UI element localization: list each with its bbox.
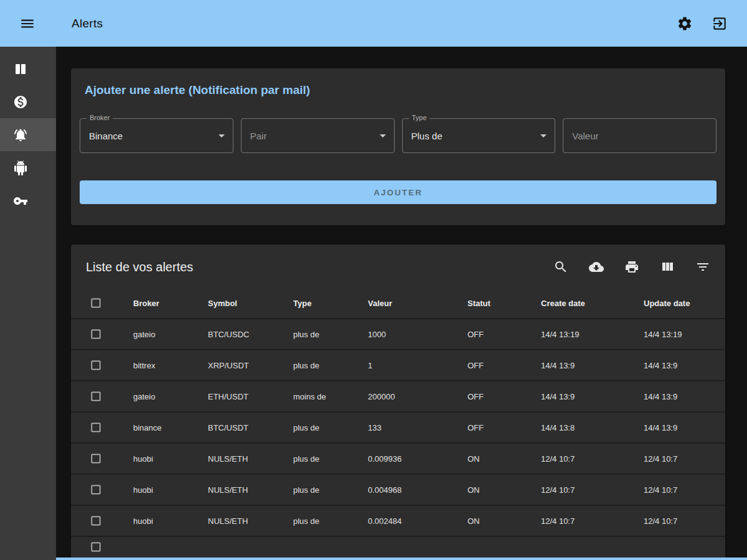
cell-create-date: 12/4 10:7: [541, 454, 644, 464]
android-icon: [13, 161, 28, 175]
checkbox-icon: [90, 541, 102, 553]
chevron-down-icon: [536, 128, 551, 143]
table-actions: [553, 259, 710, 274]
table-row[interactable]: binance BTC/USDT plus de 133 OFF 14/4 13…: [71, 413, 725, 444]
pair-select[interactable]: Pair: [241, 118, 395, 153]
cell-type: plus de: [293, 485, 368, 495]
checkbox-icon: [90, 421, 102, 434]
filter-icon[interactable]: [695, 259, 710, 274]
bell-icon: [13, 128, 28, 142]
row-checkbox[interactable]: [71, 452, 133, 465]
cell-valeur: 0.002484: [368, 516, 467, 526]
table-row[interactable]: huobi NULS/ETH plus de 0.004968 ON 12/4 …: [71, 475, 725, 506]
col-header-symbol[interactable]: Symbol: [208, 299, 293, 308]
broker-select-label: Broker: [87, 114, 113, 121]
cell-broker: bittrex: [133, 361, 208, 370]
cell-update-date: 12/4 10:7: [644, 516, 725, 526]
cell-update-date: 14/4 13:9: [644, 423, 725, 432]
cell-type: plus de: [293, 454, 368, 464]
view-columns-icon[interactable]: [660, 259, 675, 274]
table-row[interactable]: gateio BTC/USDC plus de 1000 OFF 14/4 13…: [71, 319, 725, 350]
cell-create-date: 14/4 13:9: [541, 361, 644, 370]
cell-symbol: BTC/USDT: [208, 423, 293, 432]
key-icon: [13, 194, 28, 208]
row-checkbox[interactable]: [71, 390, 133, 403]
checkbox-icon: [90, 328, 102, 340]
cell-update-date: 12/4 10:7: [644, 454, 725, 464]
print-icon[interactable]: [624, 259, 639, 274]
select-all-checkbox[interactable]: [71, 297, 133, 309]
table-row[interactable]: gateio ETH/USDT moins de 200000 OFF 14/4…: [71, 381, 725, 413]
page-title: Alerts: [72, 17, 103, 30]
pair-select-value: Pair: [250, 131, 267, 141]
row-checkbox[interactable]: [71, 421, 133, 434]
checkbox-icon: [90, 390, 102, 403]
table-header-row: Broker Symbol Type Valeur Statut Create …: [71, 288, 725, 319]
col-header-valeur[interactable]: Valeur: [368, 299, 467, 308]
chevron-down-icon: [375, 128, 390, 143]
type-select[interactable]: Type Plus de: [402, 118, 556, 153]
row-checkbox[interactable]: [71, 515, 133, 527]
search-icon[interactable]: [553, 259, 568, 274]
valeur-input[interactable]: [572, 131, 707, 141]
cell-create-date: 14/4 13:19: [541, 330, 644, 339]
col-header-update-date[interactable]: Update date: [644, 299, 725, 308]
menu-icon[interactable]: [19, 15, 36, 32]
table-row[interactable]: huobi NULS/ETH plus de 0.009936 ON 12/4 …: [71, 444, 725, 475]
cell-valeur: 133: [368, 423, 467, 432]
cell-create-date: 14/4 13:9: [541, 392, 644, 401]
logout-icon[interactable]: [711, 15, 728, 32]
col-header-type[interactable]: Type: [293, 299, 368, 308]
cell-symbol: BTC/USDC: [208, 330, 293, 339]
cell-valeur: 1000: [368, 330, 467, 339]
cell-valeur: 200000: [368, 392, 467, 401]
sidebar-item-dashboard[interactable]: [0, 52, 56, 85]
alerts-list-title: Liste de vos alertes: [86, 260, 553, 274]
cell-type: plus de: [293, 330, 368, 339]
row-checkbox[interactable]: [71, 359, 133, 371]
broker-select-value: Binance: [89, 131, 123, 141]
cell-symbol: NULS/ETH: [208, 485, 293, 495]
cell-symbol: NULS/ETH: [208, 516, 293, 526]
sidebar-item-key[interactable]: [0, 184, 56, 217]
cell-type: plus de: [293, 423, 368, 432]
col-header-statut[interactable]: Statut: [467, 299, 541, 308]
checkbox-icon: [90, 359, 102, 371]
cell-broker: huobi: [133, 516, 208, 526]
dashboard-icon: [13, 62, 28, 77]
cell-type: plus de: [293, 516, 368, 526]
row-checkbox[interactable]: [90, 541, 102, 556]
valeur-field-wrap: [563, 118, 716, 153]
row-checkbox[interactable]: [71, 483, 133, 496]
cell-broker: huobi: [133, 454, 208, 464]
ajouter-button[interactable]: AJOUTER: [80, 180, 716, 204]
checkbox-icon: [90, 483, 102, 496]
sidebar-item-alerts[interactable]: [0, 118, 56, 151]
broker-select[interactable]: Broker Binance: [80, 118, 233, 153]
checkbox-icon: [90, 297, 102, 309]
add-alert-title: Ajouter une alerte (Notification par mai…: [85, 83, 712, 97]
cell-statut: OFF: [467, 361, 541, 370]
col-header-broker[interactable]: Broker: [133, 299, 208, 308]
table-row-partial: [71, 537, 725, 548]
cell-valeur: 0.004968: [368, 485, 467, 495]
cell-statut: ON: [467, 485, 541, 495]
cell-symbol: XRP/USDT: [208, 361, 293, 370]
row-checkbox[interactable]: [71, 328, 133, 340]
table-row[interactable]: huobi NULS/ETH plus de 0.002484 ON 12/4 …: [71, 506, 725, 537]
sidebar-item-money[interactable]: [0, 85, 56, 118]
settings-icon[interactable]: [676, 15, 693, 32]
table-body: gateio BTC/USDC plus de 1000 OFF 14/4 13…: [71, 319, 725, 537]
sidebar-item-android[interactable]: [0, 151, 56, 184]
cell-update-date: 12/4 10:7: [644, 485, 725, 495]
sidebar: [0, 47, 56, 560]
alerts-list-card: Liste de vos alertes: [71, 245, 725, 560]
cell-statut: OFF: [467, 330, 541, 339]
cell-statut: ON: [467, 454, 541, 464]
add-alert-card: Ajouter une alerte (Notification par mai…: [71, 68, 725, 225]
type-select-label: Type: [409, 114, 430, 121]
col-header-create-date[interactable]: Create date: [541, 299, 644, 308]
cell-broker: binance: [133, 423, 208, 432]
cloud-download-icon[interactable]: [589, 259, 604, 274]
table-row[interactable]: bittrex XRP/USDT plus de 1 OFF 14/4 13:9…: [71, 350, 725, 381]
